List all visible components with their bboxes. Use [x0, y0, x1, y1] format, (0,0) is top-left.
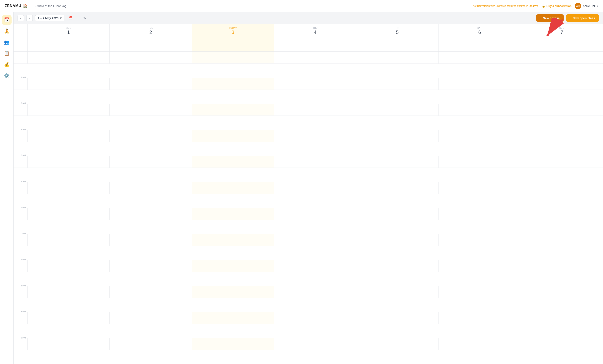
- cell-thu-7am[interactable]: [274, 78, 356, 90]
- cell-thu-12pm[interactable]: [274, 208, 356, 220]
- calendar-view-button[interactable]: 📅: [67, 15, 74, 21]
- cell-sat-3pm[interactable]: [439, 286, 521, 298]
- cell-mon-3pm[interactable]: [27, 286, 110, 298]
- cell-fri-10am[interactable]: [356, 156, 439, 168]
- cell-tue-4pm[interactable]: [110, 312, 192, 324]
- cell-tue-11am[interactable]: [110, 182, 192, 194]
- next-week-button[interactable]: ›: [26, 15, 33, 21]
- cell-tue-9am[interactable]: [110, 130, 192, 142]
- cell-thu-8am[interactable]: [274, 104, 356, 116]
- cell-thu-2pm[interactable]: [274, 260, 356, 272]
- cell-thu-1pm[interactable]: [274, 234, 356, 246]
- cell-fri-1pm[interactable]: [356, 234, 439, 246]
- cell-mon-7am[interactable]: [27, 78, 110, 90]
- cell-sun-5pm[interactable]: [521, 338, 603, 350]
- cell-thu-10am[interactable]: [274, 156, 356, 168]
- cell-fri-6am[interactable]: [356, 52, 439, 64]
- new-course-button[interactable]: + New course: [536, 14, 564, 22]
- cell-sun-1pm[interactable]: [521, 234, 603, 246]
- cell-mon-12pm[interactable]: [27, 208, 110, 220]
- cell-mon-2pm[interactable]: [27, 260, 110, 272]
- cell-sat-4pm[interactable]: [439, 312, 521, 324]
- cell-tue-1pm[interactable]: [110, 234, 192, 246]
- cell-today-2pm[interactable]: [192, 260, 274, 272]
- cell-mon-11am[interactable]: [27, 182, 110, 194]
- cell-mon-6am[interactable]: [27, 52, 110, 64]
- cell-sun-12pm[interactable]: [521, 208, 603, 220]
- cell-sat-12pm[interactable]: [439, 208, 521, 220]
- preview-view-button[interactable]: 👁: [82, 15, 88, 21]
- cell-sat-11am[interactable]: [439, 182, 521, 194]
- cell-fri-12pm[interactable]: [356, 208, 439, 220]
- cell-tue-5pm[interactable]: [110, 338, 192, 350]
- cell-tue-7am[interactable]: [110, 78, 192, 90]
- cell-mon-1pm[interactable]: [27, 234, 110, 246]
- sidebar-item-members[interactable]: 👥: [2, 37, 12, 47]
- home-icon[interactable]: 🏠: [23, 4, 27, 8]
- buy-subscription-link[interactable]: 🔒 Buy a subscription: [542, 4, 571, 8]
- cell-thu-11am[interactable]: [274, 182, 356, 194]
- cell-sat-6am[interactable]: [439, 52, 521, 64]
- sidebar-item-settings[interactable]: ⚙️: [2, 71, 12, 81]
- cell-sat-1pm[interactable]: [439, 234, 521, 246]
- cell-sun-4pm[interactable]: [521, 312, 603, 324]
- cell-sun-10am[interactable]: [521, 156, 603, 168]
- sidebar-item-calendar[interactable]: 📅: [2, 15, 12, 25]
- cell-sun-8am[interactable]: [521, 104, 603, 116]
- new-open-class-button[interactable]: + New open class: [566, 14, 599, 22]
- cell-sun-9am[interactable]: [521, 130, 603, 142]
- cell-fri-2pm[interactable]: [356, 260, 439, 272]
- cell-today-1pm[interactable]: [192, 234, 274, 246]
- cell-sun-6am[interactable]: [521, 52, 603, 64]
- cell-today-9am[interactable]: [192, 130, 274, 142]
- cell-mon-10am[interactable]: [27, 156, 110, 168]
- cell-sat-10am[interactable]: [439, 156, 521, 168]
- cell-today-12pm[interactable]: [192, 208, 274, 220]
- prev-week-button[interactable]: ‹: [18, 15, 24, 21]
- cell-mon-5pm[interactable]: [27, 338, 110, 350]
- cell-tue-3pm[interactable]: [110, 286, 192, 298]
- cell-tue-8am[interactable]: [110, 104, 192, 116]
- cell-thu-6am[interactable]: [274, 52, 356, 64]
- list-view-button[interactable]: ☰: [75, 15, 81, 21]
- cell-sun-11am[interactable]: [521, 182, 603, 194]
- cell-tue-12pm[interactable]: [110, 208, 192, 220]
- cell-tue-10am[interactable]: [110, 156, 192, 168]
- sidebar-item-classes[interactable]: 🧘: [2, 26, 12, 36]
- cell-fri-5pm[interactable]: [356, 338, 439, 350]
- cell-tue-2pm[interactable]: [110, 260, 192, 272]
- cell-today-11am[interactable]: [192, 182, 274, 194]
- cell-fri-11am[interactable]: [356, 182, 439, 194]
- cell-fri-3pm[interactable]: [356, 286, 439, 298]
- cell-today-4pm[interactable]: [192, 312, 274, 324]
- cell-sat-5pm[interactable]: [439, 338, 521, 350]
- cell-mon-8am[interactable]: [27, 104, 110, 116]
- cell-sun-3pm[interactable]: [521, 286, 603, 298]
- cell-today-7am[interactable]: [192, 78, 274, 90]
- cell-today-5pm[interactable]: [192, 338, 274, 350]
- cell-thu-4pm[interactable]: [274, 312, 356, 324]
- cell-fri-7am[interactable]: [356, 78, 439, 90]
- cell-today-10am[interactable]: [192, 156, 274, 168]
- cell-thu-3pm[interactable]: [274, 286, 356, 298]
- cell-thu-9am[interactable]: [274, 130, 356, 142]
- cell-fri-4pm[interactable]: [356, 312, 439, 324]
- sidebar-item-payments[interactable]: 💰: [2, 60, 12, 70]
- date-range-picker[interactable]: 1 – 7 May 2023 ▾: [35, 15, 64, 21]
- cell-fri-8am[interactable]: [356, 104, 439, 116]
- cell-tue-6am[interactable]: [110, 52, 192, 64]
- user-menu[interactable]: AH Annie Hall ▾: [575, 3, 598, 9]
- cell-today-3pm[interactable]: [192, 286, 274, 298]
- cell-sat-8am[interactable]: [439, 104, 521, 116]
- cell-sat-7am[interactable]: [439, 78, 521, 90]
- cell-mon-4pm[interactable]: [27, 312, 110, 324]
- cell-fri-9am[interactable]: [356, 130, 439, 142]
- cell-thu-5pm[interactable]: [274, 338, 356, 350]
- cell-today-8am[interactable]: [192, 104, 274, 116]
- cell-sat-2pm[interactable]: [439, 260, 521, 272]
- sidebar-item-reports[interactable]: 📋: [2, 49, 12, 58]
- cell-sat-9am[interactable]: [439, 130, 521, 142]
- cell-sun-7am[interactable]: [521, 78, 603, 90]
- cell-sun-2pm[interactable]: [521, 260, 603, 272]
- cell-mon-9am[interactable]: [27, 130, 110, 142]
